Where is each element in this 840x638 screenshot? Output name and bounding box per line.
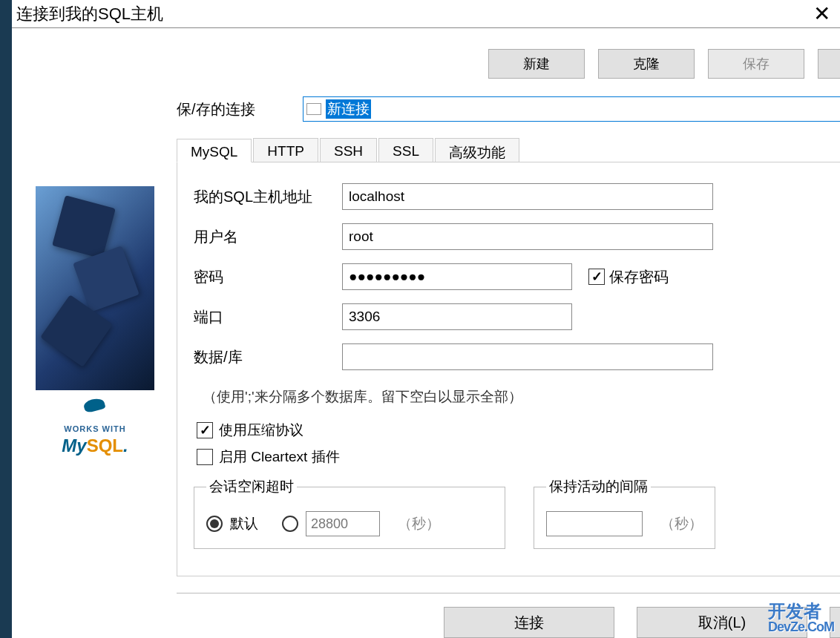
top-toolbar: 新建 克隆 保存 重命名 删除 (177, 49, 840, 79)
save-password-label: 保存密码 (609, 267, 669, 287)
port-label: 端口 (194, 307, 342, 327)
rename-button[interactable]: 重命名 (818, 49, 840, 79)
timeout-custom-radio[interactable] (282, 516, 298, 532)
window-title: 连接到我的SQL主机 (16, 3, 163, 25)
sidebar-logo-panel: WORKS WITH MySQL. (36, 49, 154, 638)
password-input[interactable] (342, 263, 572, 290)
keepalive-legend: 保持活动的间隔 (546, 477, 651, 496)
mysql-logo-area: WORKS WITH MySQL. (36, 186, 154, 461)
saved-connection-dropdown[interactable]: 新连接 ▾ (303, 96, 840, 122)
database-label: 数据/库 (194, 347, 342, 367)
keepalive-seconds-label: （秒） (660, 514, 703, 533)
session-timeout-legend: 会话空闲超时 (206, 477, 297, 496)
titlebar: 连接到我的SQL主机 ✕ (12, 0, 840, 28)
keepalive-input[interactable] (546, 511, 643, 536)
use-compression-checkbox[interactable] (197, 422, 213, 438)
tab-advanced[interactable]: 高级功能 (435, 138, 519, 162)
password-label: 密码 (194, 267, 342, 287)
new-button[interactable]: 新建 (488, 49, 585, 79)
mysql-text: MySQL. (62, 435, 128, 456)
username-input[interactable] (342, 223, 713, 250)
saved-connection-row: 保/存的连接 新连接 ▾ (177, 96, 840, 122)
watermark-line2: DevZe.CoM (768, 620, 834, 634)
bottom-divider (177, 593, 840, 593)
keepalive-fieldset: 保持活动的间隔 （秒） (534, 477, 715, 549)
save-password-checkbox[interactable] (588, 269, 605, 285)
timeout-default-radio[interactable] (206, 516, 223, 532)
session-timeout-fieldset: 会话空闲超时 默认 （秒） (194, 477, 505, 549)
timeout-seconds-label: （秒） (398, 514, 440, 533)
connection-dialog: 连接到我的SQL主机 ✕ WORKS WITH MySQL. 新建 (12, 0, 840, 638)
database-input[interactable] (342, 343, 713, 370)
connection-tabs: MySQL HTTP SSH SSL 高级功能 (177, 138, 840, 162)
port-input[interactable] (342, 303, 572, 330)
mysql-tab-content: 我的SQL主机地址 用户名 密码 保存密码 端口 (177, 162, 840, 576)
main-form-panel: 新建 克隆 保存 重命名 删除 保/存的连接 新连接 ▾ MySQL HTTP … (177, 49, 840, 638)
database-hint: （使用';'来分隔多个数据库。留下空白以显示全部） (203, 387, 522, 407)
host-label: 我的SQL主机地址 (194, 187, 342, 207)
tab-http[interactable]: HTTP (253, 138, 318, 162)
tab-mysql[interactable]: MySQL (177, 139, 252, 162)
save-button[interactable]: 保存 (708, 49, 804, 79)
works-with-text: WORKS WITH (64, 424, 125, 433)
saved-connection-label: 保/存的连接 (177, 99, 288, 119)
enable-cleartext-checkbox[interactable] (197, 449, 213, 465)
dialog-body: WORKS WITH MySQL. 新建 克隆 保存 重命名 删除 保/存的连接… (12, 28, 840, 638)
host-input[interactable] (342, 183, 713, 210)
dolphin-icon (80, 398, 110, 420)
close-icon[interactable]: ✕ (810, 4, 833, 24)
enable-cleartext-label: 启用 Cleartext 插件 (219, 447, 340, 467)
watermark: 开发者 DevZe.CoM (768, 602, 834, 634)
timeout-default-label: 默认 (230, 514, 258, 533)
tab-ssh[interactable]: SSH (320, 138, 377, 162)
use-compression-label: 使用压缩协议 (219, 421, 303, 440)
tab-ssl[interactable]: SSL (378, 138, 433, 162)
puzzle-image (36, 186, 154, 390)
saved-connection-selected: 新连接 (326, 99, 371, 119)
watermark-line1: 开发者 (768, 602, 834, 620)
connect-button[interactable]: 连接 (444, 607, 614, 638)
username-label: 用户名 (194, 227, 342, 247)
connection-icon (306, 103, 321, 115)
clone-button[interactable]: 克隆 (598, 49, 695, 79)
timeout-custom-input[interactable] (306, 511, 380, 536)
mysql-badge: WORKS WITH MySQL. (36, 390, 154, 461)
bottom-actions: 连接 取消(L) 测 (177, 607, 840, 638)
